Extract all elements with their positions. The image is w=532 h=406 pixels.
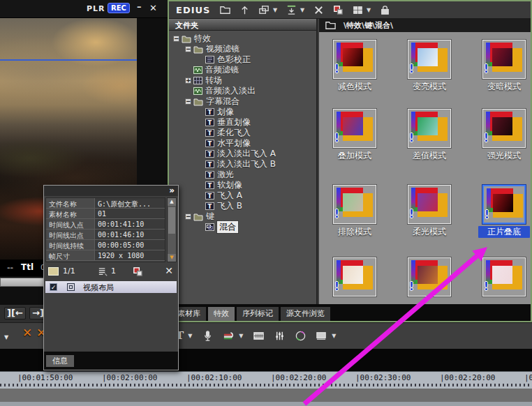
effect-label[interactable]: 变亮模式: [404, 81, 455, 93]
page-icon[interactable]: [48, 267, 59, 276]
track-lane[interactable]: [0, 402, 532, 406]
tab-information[interactable]: 信息: [46, 355, 74, 367]
effect-label[interactable]: 强光模式: [478, 150, 530, 162]
tree-item-淡入淡出飞入 A[interactable]: T淡入淡出飞入 A: [169, 149, 316, 159]
tree-item-label[interactable]: 飞入 B: [217, 200, 242, 212]
import-icon[interactable]: [286, 4, 297, 16]
info-panel-header[interactable]: »: [44, 186, 178, 196]
tree-item-色彩校正[interactable]: 色彩校正: [169, 54, 316, 65]
collapse-expander-icon[interactable]: −: [185, 213, 191, 220]
collapse-icon[interactable]: »: [169, 186, 175, 195]
keypad-icon[interactable]: [253, 330, 265, 342]
list-edit-icon[interactable]: [97, 266, 109, 278]
lock-icon[interactable]: [379, 4, 391, 16]
effect-label[interactable]: 正片叠底: [478, 226, 530, 238]
player-titlebar[interactable]: PLR REC – ✕: [0, 0, 168, 18]
tree-item-水平划像[interactable]: T水平划像: [169, 138, 316, 149]
enable-checkbox[interactable]: ✓: [50, 283, 57, 291]
monitor-icon[interactable]: [316, 330, 327, 342]
delete-x-icon[interactable]: [313, 4, 325, 16]
close-icon[interactable]: ✕: [165, 265, 173, 276]
scroll-thumb[interactable]: [168, 207, 175, 234]
effect-thumbnail-变亮模式[interactable]: !: [408, 40, 451, 79]
minimize-button[interactable]: –: [137, 1, 142, 12]
timeline-tracks[interactable]: [0, 389, 532, 406]
tree-item-键[interactable]: −键: [169, 211, 316, 222]
tab-序列标记[interactable]: 序列标记: [237, 307, 279, 321]
effect-thumbnail-row4-3[interactable]: !: [482, 257, 526, 296]
timecode-tick: |00:0: [524, 373, 532, 382]
duplicate-bin-icon[interactable]: [258, 4, 270, 16]
effect-thumbnail-row4-1[interactable]: !: [333, 257, 376, 296]
blend-result: [418, 117, 438, 135]
tree-item-label[interactable]: 键: [206, 211, 214, 223]
effect-label[interactable]: 减色模式: [329, 81, 380, 93]
effect-thumbnail-差值模式[interactable]: !: [408, 109, 451, 148]
effect-thumbnail-减色模式[interactable]: !: [333, 40, 376, 79]
effect-thumbnail-强光模式[interactable]: !: [482, 109, 526, 148]
plr-mode-button[interactable]: PLR: [87, 4, 105, 13]
grid-view-icon[interactable]: [352, 4, 364, 16]
property-value: G:\原创文章...: [95, 198, 165, 208]
effect-thumbnail-row4-2[interactable]: !: [408, 257, 451, 296]
tree-item-音频滤镜[interactable]: 音频滤镜: [169, 65, 316, 75]
effect-list-row[interactable]: ✓ 视频布局: [45, 281, 177, 293]
expand-expander-icon[interactable]: +: [185, 77, 191, 84]
effect-label[interactable]: 柔光模式: [404, 226, 455, 238]
effect-label[interactable]: 差值模式: [404, 150, 455, 162]
effect-thumbnail-变暗模式[interactable]: !: [482, 40, 526, 79]
collapse-expander-icon[interactable]: −: [173, 36, 179, 42]
tree-item-柔化飞入[interactable]: T柔化飞入: [169, 128, 316, 138]
scroll-down-icon[interactable]: ▼: [168, 254, 176, 262]
tree-item-激光[interactable]: T激光: [169, 170, 316, 180]
breadcrumb-path: \特效\键\混合\: [343, 20, 393, 31]
rec-mode-button[interactable]: REC: [108, 3, 130, 13]
effect-label[interactable]: 排除模式: [329, 226, 380, 238]
timeline-ruler[interactable]: |00:01:50:00|00:02:00:00|00:02:10:00|00:…: [0, 371, 532, 389]
effect-label[interactable]: 叠加模式: [329, 150, 380, 162]
tree-item-混合[interactable]: 混合: [169, 222, 316, 232]
up-arrow-icon[interactable]: [239, 4, 251, 16]
caret-down-icon[interactable]: ▼: [4, 334, 8, 340]
tree-item-垂直划像[interactable]: T垂直划像: [169, 117, 316, 128]
mixer-icon[interactable]: [274, 330, 286, 342]
tab-特效[interactable]: 特效: [208, 307, 235, 321]
tree-item-软划像[interactable]: T软划像: [169, 180, 316, 190]
table-scrollbar[interactable]: ▲ ▼: [167, 197, 177, 262]
effect-thumbnail-柔光模式[interactable]: !: [408, 185, 451, 224]
tree-item-飞入 B[interactable]: T飞入 B: [169, 201, 316, 211]
scope-icon[interactable]: [295, 330, 306, 342]
tree-item-划像[interactable]: T划像: [169, 107, 316, 117]
effect-thumbnail-正片叠底[interactable]: !: [482, 185, 526, 224]
effect-thumbnail-排除模式[interactable]: !: [333, 185, 376, 224]
title-icon: T: [205, 192, 214, 200]
tree-item-label[interactable]: 混合: [217, 221, 238, 233]
title-icon: T: [205, 129, 214, 137]
title-icon: T: [205, 119, 214, 126]
scroll-up-icon[interactable]: ▲: [168, 198, 176, 206]
tree-item-字幕混合[interactable]: −字幕混合: [169, 96, 316, 107]
close-icon[interactable]: ✕: [149, 3, 157, 13]
blend-result: [492, 48, 512, 66]
mic-icon[interactable]: [202, 330, 214, 342]
tree-item-转场[interactable]: +转场: [169, 75, 316, 86]
svg-text:T: T: [208, 140, 212, 147]
trim-in-button[interactable]: ][←: [4, 307, 26, 319]
delete-in-marker-icon[interactable]: ✕: [22, 326, 32, 340]
tree-item-特效[interactable]: −特效: [169, 33, 316, 44]
color-swap-icon[interactable]: [132, 266, 144, 278]
effect-thumbnail-叠加模式[interactable]: !: [333, 109, 376, 148]
collapse-expander-icon[interactable]: −: [185, 46, 191, 52]
color-swap-icon[interactable]: [332, 4, 344, 16]
tree-item-音频淡入淡出[interactable]: 音频淡入淡出: [169, 86, 316, 96]
folder-icon[interactable]: [219, 4, 231, 16]
clip-export-icon[interactable]: [223, 330, 235, 342]
tree-item-飞入 A[interactable]: T飞入 A: [169, 190, 316, 201]
tree-item-视频滤镜[interactable]: −视频滤镜: [169, 44, 316, 54]
tab-源文件浏览[interactable]: 源文件浏览: [281, 307, 330, 321]
exclamation-badge-icon: !: [409, 133, 414, 144]
collapse-expander-icon[interactable]: −: [185, 98, 191, 105]
tree-item-淡入淡出飞入 B[interactable]: T淡入淡出飞入 B: [169, 159, 316, 170]
effect-label[interactable]: 变暗模式: [478, 81, 530, 93]
blend-result: [418, 48, 438, 66]
